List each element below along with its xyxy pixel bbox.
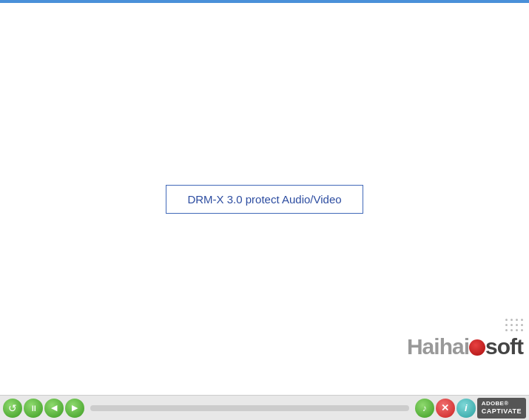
adobe-text: ADOBE® — [482, 401, 509, 407]
haihaisoft-logo-area: Hai hai soft — [407, 319, 523, 359]
dot — [511, 324, 513, 326]
info-icon: i — [465, 402, 468, 413]
dot — [521, 319, 523, 321]
dot — [516, 319, 518, 321]
dot — [505, 329, 508, 331]
restart-icon: ↺ — [8, 402, 17, 414]
logo-hai-text-2: hai — [439, 334, 469, 359]
dot — [516, 329, 518, 331]
dots-decoration — [505, 324, 523, 326]
dot — [511, 329, 513, 331]
logo-red-dot — [469, 339, 485, 356]
captivate-text: CAPTIVATE — [482, 407, 522, 415]
pause-button[interactable]: ⏸ — [24, 399, 43, 418]
close-icon: ✕ — [441, 402, 449, 413]
drm-label: DRM-X 3.0 protect Audio/Video — [187, 193, 341, 206]
dots-decoration — [505, 329, 523, 331]
playback-controls-bar: ↺ ⏸ ◀ ▶ ♪ ✕ i ADOBE® CAPTIVATE — [0, 395, 529, 420]
close-button[interactable]: ✕ — [436, 399, 455, 418]
dot — [505, 319, 508, 321]
haihaisoft-logo: Hai hai soft — [407, 334, 523, 359]
rewind-button[interactable]: ◀ — [44, 399, 64, 418]
logo-hai-text: Hai — [407, 334, 439, 359]
dot — [521, 329, 523, 331]
volume-button[interactable]: ♪ — [415, 399, 434, 418]
forward-button[interactable]: ▶ — [65, 399, 84, 418]
pause-icon: ⏸ — [30, 404, 38, 413]
dot — [516, 324, 518, 326]
restart-button[interactable]: ↺ — [3, 399, 22, 418]
dot — [511, 319, 513, 321]
main-content-area: DRM-X 3.0 protect Audio/Video Hai hai so… — [0, 3, 529, 395]
logo-soft-text: soft — [485, 334, 523, 359]
info-button[interactable]: i — [456, 399, 476, 418]
forward-icon: ▶ — [72, 403, 78, 413]
dot — [521, 324, 523, 326]
dot — [505, 324, 508, 326]
progress-bar[interactable] — [90, 405, 409, 411]
rewind-icon: ◀ — [51, 403, 57, 413]
volume-icon: ♪ — [422, 403, 427, 413]
drm-protection-box: DRM-X 3.0 protect Audio/Video — [166, 185, 363, 214]
adobe-captivate-badge: ADOBE® CAPTIVATE — [477, 398, 526, 419]
dots-decoration — [505, 319, 523, 321]
